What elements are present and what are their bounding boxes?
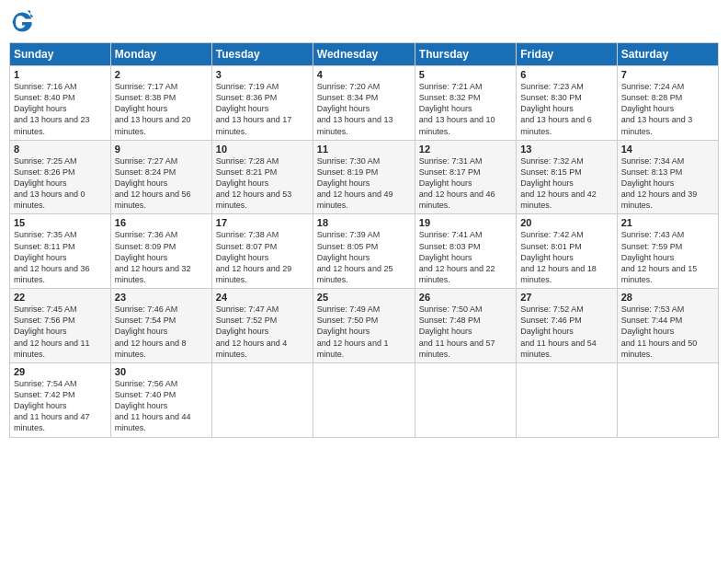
day-detail: Sunrise: 7:50 AMSunset: 7:48 PMDaylight … [419, 304, 495, 359]
weekday-header-sunday: Sunday [10, 43, 111, 66]
day-cell: 21 Sunrise: 7:43 AMSunset: 7:59 PMDaylig… [617, 214, 718, 289]
page: SundayMondayTuesdayWednesdayThursdayFrid… [0, 0, 728, 563]
day-cell: 1 Sunrise: 7:16 AMSunset: 8:40 PMDayligh… [10, 66, 111, 141]
day-cell: 4 Sunrise: 7:20 AMSunset: 8:34 PMDayligh… [313, 66, 415, 141]
header [9, 9, 719, 35]
day-cell: 23 Sunrise: 7:46 AMSunset: 7:54 PMDaylig… [110, 289, 211, 363]
day-detail: Sunrise: 7:47 AMSunset: 7:52 PMDaylight … [216, 304, 288, 359]
day-cell: 15 Sunrise: 7:35 AMSunset: 8:11 PMDaylig… [10, 214, 111, 289]
day-cell: 8 Sunrise: 7:25 AMSunset: 8:26 PMDayligh… [10, 140, 111, 214]
day-detail: Sunrise: 7:20 AMSunset: 8:34 PMDaylight … [317, 82, 393, 136]
weekday-header-wednesday: Wednesday [313, 43, 415, 66]
day-cell: 28 Sunrise: 7:53 AMSunset: 7:44 PMDaylig… [617, 289, 718, 363]
day-detail: Sunrise: 7:49 AMSunset: 7:50 PMDaylight … [317, 304, 389, 359]
day-cell: 16 Sunrise: 7:36 AMSunset: 8:09 PMDaylig… [110, 214, 211, 289]
day-number: 12 [419, 144, 512, 155]
day-cell: 22 Sunrise: 7:45 AMSunset: 7:56 PMDaylig… [10, 289, 111, 363]
day-cell: 25 Sunrise: 7:49 AMSunset: 7:50 PMDaylig… [313, 289, 415, 363]
day-detail: Sunrise: 7:31 AMSunset: 8:17 PMDaylight … [419, 156, 495, 211]
logo-icon [9, 9, 35, 35]
day-detail: Sunrise: 7:38 AMSunset: 8:07 PMDaylight … [216, 230, 292, 284]
week-row-3: 15 Sunrise: 7:35 AMSunset: 8:11 PMDaylig… [10, 214, 719, 289]
day-detail: Sunrise: 7:46 AMSunset: 7:54 PMDaylight … [115, 304, 187, 359]
day-number: 19 [419, 217, 512, 228]
day-number: 20 [520, 217, 612, 228]
day-detail: Sunrise: 7:56 AMSunset: 7:40 PMDaylight … [115, 379, 191, 433]
day-cell: 11 Sunrise: 7:30 AMSunset: 8:19 PMDaylig… [313, 140, 415, 214]
day-number: 23 [115, 292, 208, 303]
day-number: 14 [621, 144, 714, 155]
day-cell: 6 Sunrise: 7:23 AMSunset: 8:30 PMDayligh… [517, 66, 617, 141]
day-number: 25 [317, 292, 411, 303]
day-detail: Sunrise: 7:28 AMSunset: 8:21 PMDaylight … [216, 156, 292, 211]
weekday-header-saturday: Saturday [617, 43, 718, 66]
day-number: 17 [216, 217, 309, 228]
day-detail: Sunrise: 7:53 AMSunset: 7:44 PMDaylight … [621, 304, 698, 359]
day-detail: Sunrise: 7:19 AMSunset: 8:36 PMDaylight … [216, 82, 292, 136]
day-cell [517, 362, 617, 437]
week-row-5: 29 Sunrise: 7:54 AMSunset: 7:42 PMDaylig… [10, 362, 719, 437]
day-detail: Sunrise: 7:23 AMSunset: 8:30 PMDaylight … [520, 82, 592, 136]
day-number: 11 [317, 144, 411, 155]
day-number: 5 [419, 69, 512, 80]
day-cell: 9 Sunrise: 7:27 AMSunset: 8:24 PMDayligh… [110, 140, 211, 214]
day-cell: 30 Sunrise: 7:56 AMSunset: 7:40 PMDaylig… [110, 362, 211, 437]
day-cell: 20 Sunrise: 7:42 AMSunset: 8:01 PMDaylig… [517, 214, 617, 289]
day-cell: 3 Sunrise: 7:19 AMSunset: 8:36 PMDayligh… [211, 66, 313, 141]
day-detail: Sunrise: 7:42 AMSunset: 8:01 PMDaylight … [520, 230, 597, 284]
day-cell [211, 362, 313, 437]
day-detail: Sunrise: 7:21 AMSunset: 8:32 PMDaylight … [419, 82, 495, 136]
day-detail: Sunrise: 7:24 AMSunset: 8:28 PMDaylight … [621, 82, 693, 136]
day-cell: 27 Sunrise: 7:52 AMSunset: 7:46 PMDaylig… [517, 289, 617, 363]
day-number: 16 [115, 217, 208, 228]
day-cell [415, 362, 516, 437]
day-detail: Sunrise: 7:45 AMSunset: 7:56 PMDaylight … [14, 304, 90, 359]
day-cell: 26 Sunrise: 7:50 AMSunset: 7:48 PMDaylig… [415, 289, 516, 363]
day-number: 27 [520, 292, 612, 303]
weekday-header-tuesday: Tuesday [211, 43, 313, 66]
day-number: 26 [419, 292, 512, 303]
day-number: 22 [14, 292, 107, 303]
day-number: 28 [621, 292, 714, 303]
day-detail: Sunrise: 7:32 AMSunset: 8:15 PMDaylight … [520, 156, 597, 211]
day-detail: Sunrise: 7:41 AMSunset: 8:03 PMDaylight … [419, 230, 495, 284]
day-detail: Sunrise: 7:17 AMSunset: 8:38 PMDaylight … [115, 82, 191, 136]
day-detail: Sunrise: 7:43 AMSunset: 7:59 PMDaylight … [621, 230, 698, 284]
day-detail: Sunrise: 7:34 AMSunset: 8:13 PMDaylight … [621, 156, 698, 211]
day-detail: Sunrise: 7:36 AMSunset: 8:09 PMDaylight … [115, 230, 191, 284]
day-number: 10 [216, 144, 309, 155]
day-number: 6 [520, 69, 612, 80]
day-cell: 14 Sunrise: 7:34 AMSunset: 8:13 PMDaylig… [617, 140, 718, 214]
day-cell [617, 362, 718, 437]
logo [9, 9, 39, 35]
day-cell: 5 Sunrise: 7:21 AMSunset: 8:32 PMDayligh… [415, 66, 516, 141]
day-cell: 17 Sunrise: 7:38 AMSunset: 8:07 PMDaylig… [211, 214, 313, 289]
weekday-header-monday: Monday [110, 43, 211, 66]
day-number: 30 [115, 366, 208, 377]
day-number: 18 [317, 217, 411, 228]
day-detail: Sunrise: 7:39 AMSunset: 8:05 PMDaylight … [317, 230, 393, 284]
day-cell: 19 Sunrise: 7:41 AMSunset: 8:03 PMDaylig… [415, 214, 516, 289]
day-cell: 2 Sunrise: 7:17 AMSunset: 8:38 PMDayligh… [110, 66, 211, 141]
day-detail: Sunrise: 7:27 AMSunset: 8:24 PMDaylight … [115, 156, 191, 211]
day-cell: 29 Sunrise: 7:54 AMSunset: 7:42 PMDaylig… [10, 362, 111, 437]
day-cell: 10 Sunrise: 7:28 AMSunset: 8:21 PMDaylig… [211, 140, 313, 214]
week-row-2: 8 Sunrise: 7:25 AMSunset: 8:26 PMDayligh… [10, 140, 719, 214]
day-cell [313, 362, 415, 437]
day-detail: Sunrise: 7:30 AMSunset: 8:19 PMDaylight … [317, 156, 393, 211]
weekday-header-friday: Friday [517, 43, 617, 66]
day-detail: Sunrise: 7:16 AMSunset: 8:40 PMDaylight … [14, 82, 90, 136]
day-number: 13 [520, 144, 612, 155]
day-number: 2 [115, 69, 208, 80]
week-row-1: 1 Sunrise: 7:16 AMSunset: 8:40 PMDayligh… [10, 66, 719, 141]
day-cell: 18 Sunrise: 7:39 AMSunset: 8:05 PMDaylig… [313, 214, 415, 289]
day-number: 9 [115, 144, 208, 155]
day-number: 21 [621, 217, 714, 228]
day-number: 24 [216, 292, 309, 303]
day-detail: Sunrise: 7:54 AMSunset: 7:42 PMDaylight … [14, 379, 90, 433]
weekday-header-row: SundayMondayTuesdayWednesdayThursdayFrid… [10, 43, 719, 66]
weekday-header-thursday: Thursday [415, 43, 516, 66]
day-detail: Sunrise: 7:35 AMSunset: 8:11 PMDaylight … [14, 230, 90, 284]
day-detail: Sunrise: 7:52 AMSunset: 7:46 PMDaylight … [520, 304, 597, 359]
day-number: 7 [621, 69, 714, 80]
